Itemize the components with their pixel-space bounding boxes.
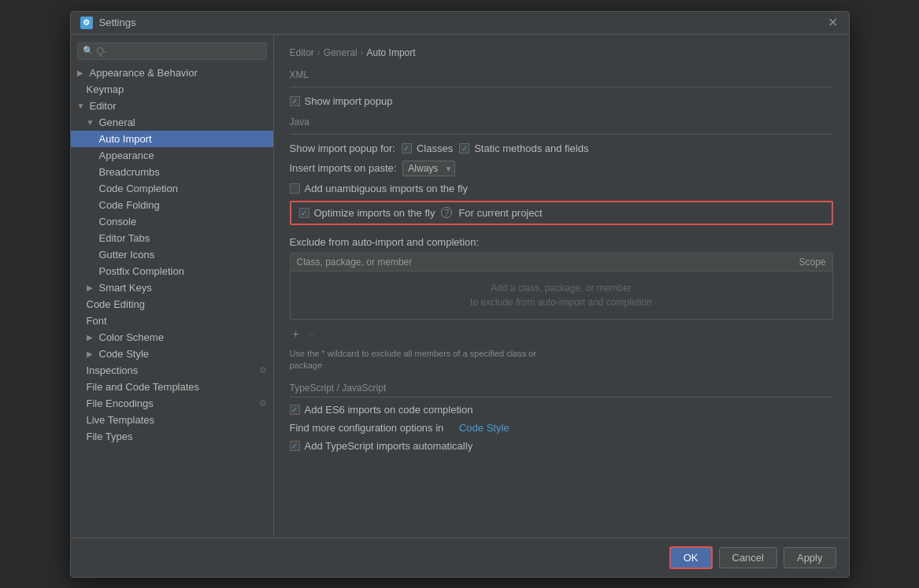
typescript-section: TypeScript / JavaScript Add ES6 imports … xyxy=(290,383,833,452)
sidebar-item-general[interactable]: ▼ General xyxy=(71,114,273,131)
sidebar-item-file-types[interactable]: File Types xyxy=(71,428,273,445)
sidebar-item-code-completion[interactable]: Code Completion xyxy=(71,180,273,197)
optimize-imports-checkbox[interactable]: Optimize imports on the fly xyxy=(299,207,435,219)
optimize-imports-box: Optimize imports on the fly ? For curren… xyxy=(290,201,833,225)
arrow-icon: ▶ xyxy=(77,68,87,77)
ts-add-typescript-cb[interactable] xyxy=(290,441,300,451)
settings-icon: ⚙ xyxy=(80,17,93,29)
java-classes-checkbox[interactable]: Classes xyxy=(402,142,453,154)
for-current-project-label: For current project xyxy=(458,207,542,219)
table-body: Add a class, package, or member to exclu… xyxy=(291,272,832,319)
table-placeholder: Add a class, package, or member to exclu… xyxy=(470,281,652,309)
sidebar-item-code-folding[interactable]: Code Folding xyxy=(71,197,273,213)
file-encodings-config-icon: ⚙ xyxy=(259,398,267,409)
xml-show-popup-cb[interactable] xyxy=(290,96,300,106)
insert-imports-dropdown[interactable]: Always Ask Never xyxy=(402,161,455,176)
java-static-cb[interactable] xyxy=(459,143,469,153)
sidebar-item-appearance-behavior[interactable]: ▶ Appearance & Behavior xyxy=(71,65,273,81)
exclude-section-label: Exclude from auto-import and completion: xyxy=(290,236,480,248)
breadcrumb-sep-1: › xyxy=(317,47,321,58)
apply-button[interactable]: Apply xyxy=(784,547,836,568)
code-style-link[interactable]: Code Style xyxy=(459,422,510,434)
ok-button[interactable]: OK xyxy=(669,546,713,569)
ts-add-es6-checkbox[interactable]: Add ES6 imports on code completion xyxy=(290,404,473,416)
settings-dialog: ⚙ Settings ✕ 🔍 ▶ Appearance & Behavior K… xyxy=(70,11,850,578)
sidebar-item-file-encodings[interactable]: File Encodings ⚙ xyxy=(71,395,273,412)
sidebar-item-gutter-icons[interactable]: Gutter Icons xyxy=(71,246,273,263)
breadcrumb: Editor › General › Auto Import xyxy=(290,47,833,58)
add-unambiguous-cb[interactable] xyxy=(290,183,300,194)
search-input[interactable] xyxy=(97,46,261,57)
remove-exclude-button[interactable]: − xyxy=(306,326,318,342)
java-static-checkbox[interactable]: Static methods and fields xyxy=(459,142,588,154)
sidebar-item-font[interactable]: Font xyxy=(71,312,273,329)
sidebar-item-file-code-templates[interactable]: File and Code Templates xyxy=(71,379,273,395)
table-actions: + − xyxy=(290,326,833,342)
sidebar-item-smart-keys[interactable]: ▶ Smart Keys xyxy=(71,279,273,296)
exclude-table: Class, package, or member Scope Add a cl… xyxy=(290,253,833,320)
arrow-icon-editor: ▼ xyxy=(77,102,87,110)
dialog-footer: OK Cancel Apply xyxy=(71,538,849,577)
sidebar-item-editor[interactable]: ▼ Editor xyxy=(71,98,273,114)
dialog-body: 🔍 ▶ Appearance & Behavior Keymap ▼ Edito… xyxy=(71,35,849,538)
title-left: ⚙ Settings xyxy=(80,17,136,29)
java-classes-cb[interactable] xyxy=(402,143,412,153)
arrow-icon-general: ▼ xyxy=(87,118,96,127)
add-unambiguous-row: Add unambiguous imports on the fly xyxy=(290,183,833,194)
search-icon: 🔍 xyxy=(83,46,94,56)
sidebar-item-postfix-completion[interactable]: Postfix Completion xyxy=(71,263,273,279)
ts-add-typescript-checkbox[interactable]: Add TypeScript imports automatically xyxy=(290,440,473,452)
inspections-config-icon: ⚙ xyxy=(259,365,267,375)
col-scope-header: Scope xyxy=(769,253,832,271)
sidebar: 🔍 ▶ Appearance & Behavior Keymap ▼ Edito… xyxy=(71,35,274,538)
col-class-header: Class, package, or member xyxy=(291,253,769,271)
ts-add-es6-row: Add ES6 imports on code completion xyxy=(290,404,833,416)
dialog-titlebar: ⚙ Settings ✕ xyxy=(71,12,849,35)
typescript-section-label: TypeScript / JavaScript xyxy=(290,383,833,398)
arrow-icon-color-scheme: ▶ xyxy=(87,333,96,342)
help-icon[interactable]: ? xyxy=(441,207,452,218)
add-unambiguous-checkbox[interactable]: Add unambiguous imports on the fly xyxy=(290,183,468,194)
exclude-section-header: Exclude from auto-import and completion: xyxy=(290,236,833,248)
ts-add-es6-cb[interactable] xyxy=(290,405,300,415)
breadcrumb-sep-2: › xyxy=(361,47,364,58)
sidebar-item-inspections[interactable]: Inspections ⚙ xyxy=(71,362,273,379)
xml-section-label: XML xyxy=(290,69,833,80)
cancel-button[interactable]: Cancel xyxy=(719,547,777,568)
xml-show-popup-row: Show import popup xyxy=(290,95,833,107)
sidebar-item-color-scheme[interactable]: ▶ Color Scheme xyxy=(71,329,273,346)
table-header: Class, package, or member Scope xyxy=(291,253,832,272)
sidebar-item-editor-tabs[interactable]: Editor Tabs xyxy=(71,230,273,246)
add-exclude-button[interactable]: + xyxy=(290,326,302,342)
sidebar-item-code-style[interactable]: ▶ Code Style xyxy=(71,346,273,362)
xml-show-popup-checkbox[interactable]: Show import popup xyxy=(290,95,393,107)
close-button[interactable]: ✕ xyxy=(827,17,839,29)
ts-find-more-row: Find more configuration options in Code … xyxy=(290,422,833,434)
wildcard-note: Use the * wildcard to exclude all member… xyxy=(290,348,833,372)
main-content: Editor › General › Auto Import XML Show … xyxy=(274,35,849,538)
sidebar-item-appearance[interactable]: Appearance xyxy=(71,147,273,164)
java-divider xyxy=(290,134,833,135)
java-section-label: Java xyxy=(290,116,833,128)
arrow-icon-smart-keys: ▶ xyxy=(87,283,96,292)
sidebar-item-console[interactable]: Console xyxy=(71,213,273,230)
show-import-popup-row: Show import popup for: Classes Static me… xyxy=(290,142,833,154)
sidebar-item-live-templates[interactable]: Live Templates xyxy=(71,412,273,428)
dialog-title: Settings xyxy=(99,17,136,28)
insert-imports-dropdown-wrapper: Always Ask Never ▼ xyxy=(402,161,455,176)
sidebar-item-auto-import[interactable]: Auto Import xyxy=(71,131,273,147)
sidebar-item-code-editing[interactable]: Code Editing xyxy=(71,296,273,312)
sidebar-item-keymap[interactable]: Keymap xyxy=(71,81,273,98)
search-box[interactable]: 🔍 xyxy=(77,43,267,60)
xml-divider xyxy=(290,87,833,87)
insert-imports-row: Insert imports on paste: Always Ask Neve… xyxy=(290,161,833,176)
optimize-imports-cb[interactable] xyxy=(299,208,309,218)
sidebar-item-breadcrumbs[interactable]: Breadcrumbs xyxy=(71,164,273,180)
ts-add-typescript-row: Add TypeScript imports automatically xyxy=(290,440,833,452)
arrow-icon-code-style: ▶ xyxy=(87,349,96,358)
